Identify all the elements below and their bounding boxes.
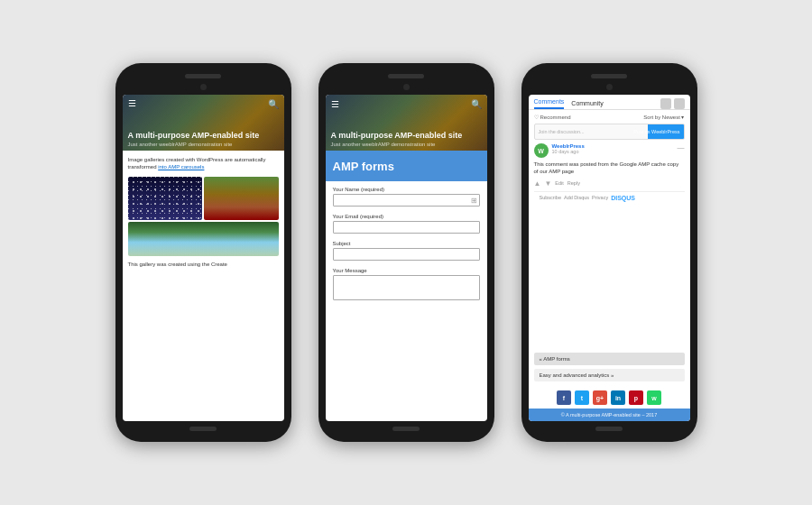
- edit-link[interactable]: Edit: [555, 180, 563, 186]
- commenter-avatar: W: [534, 143, 549, 158]
- phone-screen-2: ☰ 🔍 A multi-purpose AMP-enabled site Jus…: [326, 95, 487, 421]
- phone-screen-1: ☰ 🔍 A multi-purpose AMP-enabled site Jus…: [123, 95, 284, 421]
- gallery-img-stars: [128, 177, 203, 220]
- vote-up-button[interactable]: ▲: [534, 179, 541, 188]
- message-input[interactable]: [333, 275, 480, 300]
- form-label-subject: Subject: [333, 241, 480, 246]
- vote-down-button[interactable]: ▼: [544, 179, 551, 188]
- hero-sub-2: Just another weeblrAMP demonstration sit…: [331, 142, 482, 147]
- tab-comments[interactable]: Comments: [534, 98, 565, 109]
- comment-toggle[interactable]: —: [678, 143, 685, 152]
- reply-link[interactable]: Reply: [567, 180, 580, 186]
- disqus-logo: DISQUS: [611, 195, 635, 201]
- social-icons: f t g+ in p w: [529, 387, 690, 409]
- comment-actions: ▲ ▼ Edit Reply: [534, 179, 685, 188]
- content-text-1: Image galleries created with WordPress a…: [128, 156, 279, 171]
- form-header: AMP forms: [326, 151, 487, 181]
- nav-amp-forms[interactable]: « AMP forms: [534, 353, 685, 365]
- hero-title-2: A multi-purpose AMP-enabled site: [331, 131, 482, 141]
- phone-home-1: [189, 427, 217, 431]
- recommend-button[interactable]: ♡ Recommend: [534, 114, 571, 120]
- post-button[interactable]: Post as WeeblrPress: [633, 129, 679, 134]
- hero-sub-1: Just another weeblrAMP demonstration sit…: [128, 142, 279, 147]
- twitter-icon[interactable]: t: [575, 390, 589, 405]
- comment-time: 10 days ago: [552, 149, 674, 154]
- phone-3: Comments Community ♡ Recommend Sort by N…: [521, 63, 697, 442]
- comment-area: W WeeblrPress 10 days ago — This comment…: [529, 140, 690, 347]
- gallery-img-waterfall: [128, 222, 279, 256]
- menu-icon-1[interactable]: ☰: [128, 99, 136, 108]
- phone-camera-3: [606, 84, 613, 90]
- join-placeholder: Join the discussion...: [539, 129, 585, 134]
- comments-tabs: Comments Community: [529, 95, 690, 110]
- form-header-text: AMP forms: [333, 160, 394, 173]
- form-field-email: Your Email (required): [333, 214, 480, 234]
- phone-screen-3: Comments Community ♡ Recommend Sort by N…: [529, 95, 690, 421]
- phone-speaker-2: [388, 74, 424, 78]
- form-field-message: Your Message: [333, 268, 480, 300]
- tab-icon-2[interactable]: [674, 98, 685, 109]
- content-area-1: Image galleries created with WordPress a…: [123, 151, 284, 273]
- name-input[interactable]: [333, 194, 480, 207]
- form-label-name: Your Name (required): [333, 187, 480, 192]
- form-field-name: Your Name (required): [333, 187, 480, 207]
- disqus-bar: Subscribe Add Disqus Privacy DISQUS: [534, 191, 685, 204]
- whatsapp-icon[interactable]: w: [647, 390, 661, 405]
- subject-input[interactable]: [333, 248, 480, 261]
- menu-icon-2[interactable]: ☰: [331, 99, 339, 109]
- privacy-label[interactable]: Privacy: [592, 195, 608, 200]
- tab-icon-1[interactable]: [660, 98, 671, 109]
- gallery-img-canyon: [204, 177, 279, 220]
- nav-analytics[interactable]: Easy and advanced analytics »: [534, 369, 685, 381]
- pinterest-icon[interactable]: p: [629, 390, 643, 405]
- form-label-message: Your Message: [333, 268, 480, 273]
- form-label-email: Your Email (required): [333, 214, 480, 219]
- screen-content-3: Comments Community ♡ Recommend Sort by N…: [529, 95, 690, 421]
- phone-home-3: [595, 427, 623, 431]
- comment-meta: WeeblrPress 10 days ago: [552, 143, 674, 154]
- gallery-caption: This gallery was created using the Creat…: [128, 261, 279, 268]
- navigation-links: « AMP forms Easy and advanced analytics …: [529, 347, 690, 387]
- linkedin-icon[interactable]: in: [611, 390, 625, 405]
- hero-title-1: A multi-purpose AMP-enabled site: [128, 131, 279, 141]
- hero-image-2: ☰ 🔍 A multi-purpose AMP-enabled site Jus…: [326, 95, 487, 151]
- tab-icons: [660, 98, 685, 109]
- phone-1: ☰ 🔍 A multi-purpose AMP-enabled site Jus…: [115, 63, 291, 442]
- form-content: Your Name (required) Your Email (require…: [326, 181, 487, 313]
- phone-camera-1: [200, 84, 207, 90]
- name-input-wrapper: [333, 194, 480, 207]
- phone-speaker-3: [591, 74, 627, 78]
- comment-body: This comment was posted from the Google …: [534, 161, 685, 176]
- facebook-icon[interactable]: f: [557, 390, 571, 405]
- subscribe-label[interactable]: Subscribe: [540, 195, 561, 200]
- phone-2: ☰ 🔍 A multi-purpose AMP-enabled site Jus…: [318, 63, 494, 442]
- tab-community[interactable]: Community: [571, 100, 603, 109]
- phone-speaker-1: [185, 74, 221, 78]
- amp-carousels-link[interactable]: into AMP carousels: [158, 164, 204, 170]
- search-icon-1[interactable]: 🔍: [268, 99, 279, 109]
- join-discussion-input[interactable]: Join the discussion... Post as WeeblrPre…: [534, 124, 685, 140]
- search-icon-2[interactable]: 🔍: [471, 99, 482, 109]
- form-field-subject: Subject: [333, 241, 480, 261]
- recommend-row: ♡ Recommend Sort by Newest ▾: [529, 110, 690, 124]
- add-disqus-label[interactable]: Add Disqus: [564, 195, 589, 200]
- phone-home-2: [392, 427, 420, 431]
- googleplus-icon[interactable]: g+: [593, 390, 607, 405]
- sort-button[interactable]: Sort by Newest ▾: [643, 114, 684, 120]
- comment-header: W WeeblrPress 10 days ago —: [534, 143, 685, 158]
- phone-camera-2: [403, 84, 410, 90]
- footer-bar: © A multi-purpose AMP-enabled site – 201…: [529, 409, 690, 421]
- hero-image-1: ☰ 🔍 A multi-purpose AMP-enabled site Jus…: [123, 95, 284, 151]
- gallery-grid: [128, 177, 279, 256]
- email-input[interactable]: [333, 221, 480, 234]
